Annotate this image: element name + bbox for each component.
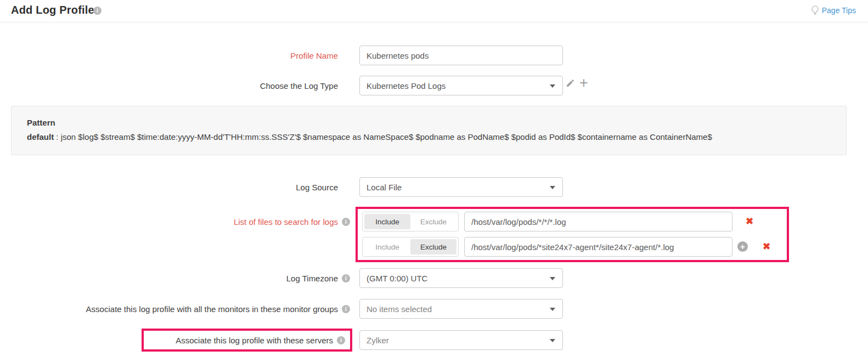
servers-label: Associate this log profile with these se… xyxy=(176,336,333,345)
log-source-dropdown[interactable]: Local File xyxy=(359,177,563,197)
page-tips-label: Page Tips xyxy=(822,6,856,15)
pattern-key: default xyxy=(27,132,54,142)
chevron-down-icon xyxy=(550,186,555,189)
bulb-icon xyxy=(811,5,819,15)
servers-label-highlight-box: Associate this log profile with these se… xyxy=(142,329,352,352)
include-exclude-toggle: Include Exclude xyxy=(362,237,459,257)
chevron-down-icon xyxy=(550,308,555,311)
page-title: Add Log Profile xyxy=(11,4,94,16)
log-source-label: Log Source xyxy=(11,177,350,197)
log-type-value: Kubernetes Pod Logs xyxy=(367,81,446,90)
page-tips-link[interactable]: Page Tips xyxy=(811,5,856,15)
monitor-groups-label-row: Associate this log profile with all the … xyxy=(11,299,350,319)
exclude-option[interactable]: Exclude xyxy=(410,214,456,229)
monitor-groups-value: No items selected xyxy=(367,304,432,314)
add-row-icon[interactable]: + xyxy=(737,241,748,252)
delete-row-icon[interactable]: ✖ xyxy=(763,242,770,251)
monitor-groups-dropdown[interactable]: No items selected xyxy=(359,299,563,319)
timezone-dropdown[interactable]: (GMT 0:00) UTC xyxy=(359,268,563,288)
file-list-label: List of files to search for logs xyxy=(234,217,338,227)
monitor-groups-label: Associate this log profile with all the … xyxy=(86,304,338,314)
add-log-profile-page: Add Log Profile i Page Tips Profile Name… xyxy=(0,0,868,362)
log-type-dropdown[interactable]: Kubernetes Pod Logs xyxy=(359,76,563,95)
edit-pencil-icon[interactable] xyxy=(566,78,575,90)
include-exclude-toggle: Include Exclude xyxy=(362,212,459,231)
servers-dropdown[interactable]: Zylker xyxy=(359,330,563,350)
pattern-panel: Pattern default : json $log$ $stream$ $t… xyxy=(11,106,847,155)
file-list-label-row: List of files to search for logs i xyxy=(11,212,350,231)
info-icon[interactable]: i xyxy=(342,305,350,313)
include-option[interactable]: Include xyxy=(364,239,410,254)
info-icon[interactable]: i xyxy=(93,7,102,15)
log-type-label: Choose the Log Type xyxy=(11,76,350,95)
chevron-down-icon xyxy=(550,84,555,88)
info-icon[interactable]: i xyxy=(342,218,350,226)
timezone-label-row: Log Timezone i xyxy=(11,268,350,288)
pattern-heading: Pattern xyxy=(27,118,55,127)
pattern-definition: default : json $log$ $stream$ $time:date… xyxy=(27,130,846,144)
chevron-down-icon xyxy=(550,339,555,342)
log-source-value: Local File xyxy=(367,183,402,192)
timezone-value: (GMT 0:00) UTC xyxy=(367,274,427,283)
delete-row-icon[interactable]: ✖ xyxy=(746,217,753,226)
pattern-value: : json $log$ $stream$ $time:date:yyyy-MM… xyxy=(56,132,712,142)
exclude-option[interactable]: Exclude xyxy=(410,239,456,254)
servers-value: Zylker xyxy=(367,336,389,345)
info-icon[interactable]: i xyxy=(337,336,345,344)
profile-name-input[interactable] xyxy=(359,46,563,65)
file-path-input[interactable] xyxy=(464,212,732,231)
page-header: Add Log Profile i Page Tips xyxy=(0,0,868,22)
add-log-type-icon[interactable]: + xyxy=(579,76,588,90)
chevron-down-icon xyxy=(550,277,555,280)
timezone-label: Log Timezone xyxy=(286,274,338,283)
profile-name-label: Profile Name xyxy=(11,46,350,65)
file-path-input[interactable] xyxy=(464,237,732,257)
include-option[interactable]: Include xyxy=(364,214,410,229)
info-icon[interactable]: i xyxy=(342,274,350,282)
